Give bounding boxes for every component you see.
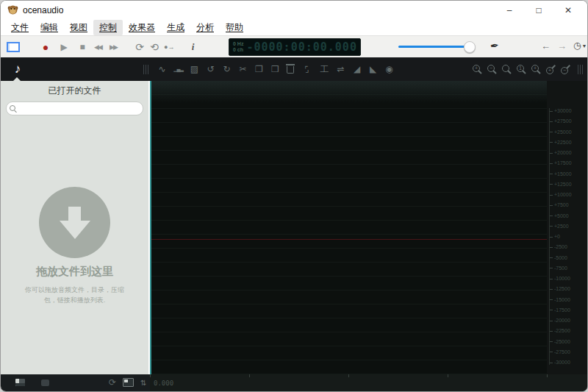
playhead-cursor[interactable] — [150, 81, 151, 374]
music-note-icon: ♪ — [15, 62, 21, 76]
cut-icon[interactable]: ✂ — [238, 63, 248, 75]
maximize-button[interactable]: □ — [524, 1, 553, 19]
nav-forward-icon[interactable]: → — [557, 40, 567, 51]
info-button[interactable]: i — [187, 40, 198, 54]
copy-icon[interactable]: ❐ — [254, 63, 264, 75]
amplitude-tick-label: +7500 — [550, 202, 587, 207]
search-icon — [10, 105, 15, 111]
menu-item[interactable]: 编辑 — [35, 20, 64, 35]
vertical-scroll-icon[interactable]: ⇅ — [140, 379, 146, 387]
gain-icon[interactable]: 工 — [320, 63, 329, 75]
amplitude-tick-label: +0 — [550, 234, 587, 239]
amplitude-tick-label: +2500 — [550, 224, 587, 229]
dropzone[interactable]: 拖放文件到这里 你可以拖放音频文件，目录，压缩包，链接和播放列表. — [1, 187, 148, 306]
vertical-zoom-in-icon[interactable]: + — [545, 64, 556, 74]
amplitude-tick-label: +20000 — [550, 150, 587, 155]
amplitude-tick-label: -15000 — [550, 297, 587, 302]
paste-icon[interactable]: ❒ — [270, 63, 280, 75]
loop-selection-button[interactable]: ⟲ — [149, 40, 159, 54]
menu-item[interactable]: 控制 — [93, 20, 123, 35]
zoom-selection-icon[interactable] — [501, 64, 512, 74]
volume-slider[interactable] — [398, 46, 470, 48]
zoom-out-icon[interactable]: − — [487, 64, 497, 74]
fade-out-icon[interactable]: ◣ — [368, 63, 378, 75]
amplitude-tick-label: +22500 — [550, 140, 587, 145]
play-marker-button[interactable]: ●→ — [164, 40, 174, 54]
undo-icon[interactable]: ↺ — [206, 63, 215, 75]
chevron-down-icon: ▼ — [581, 43, 587, 49]
menu-item[interactable]: 帮助 — [220, 20, 249, 35]
amplitude-tick-label: -25000 — [550, 339, 587, 344]
edit-icon-group: ∿▁▄▂▨↺↻✂❐❒⌜⌟工⇌◢◣◉ — [157, 63, 394, 75]
close-button[interactable]: ✕ — [553, 1, 583, 19]
reverse-icon[interactable]: ⇌ — [336, 63, 345, 75]
file-search-box — [6, 101, 143, 115]
menu-item[interactable]: 文件 — [5, 20, 35, 35]
pen-tool-icon[interactable]: ✒ — [490, 39, 500, 51]
loop-button[interactable]: ⟳ — [135, 40, 145, 54]
channels-label: 0 ch — [233, 47, 243, 53]
nav-back-icon[interactable]: ← — [541, 40, 551, 51]
toolbar-drag-handle[interactable] — [578, 65, 583, 74]
amplitude-tick-label: -22500 — [550, 328, 587, 333]
dropzone-title: 拖放文件到这里 — [1, 265, 148, 279]
search-input[interactable] — [18, 103, 141, 114]
panel-layout-icon[interactable] — [15, 379, 25, 386]
history-menu[interactable]: ◷ ▼ — [573, 40, 587, 51]
redo-icon[interactable]: ↻ — [222, 63, 232, 75]
menu-item[interactable]: 效果器 — [123, 20, 161, 35]
menubar: 文件编辑视图控制效果器生成分析帮助 — [1, 19, 587, 35]
amplitude-tick-label: +17500 — [550, 160, 587, 165]
statusbar: 0.000 ⟳ ⇅ — [1, 374, 587, 391]
zoom-original-icon[interactable]: 1 — [516, 64, 526, 74]
transport-buttons: ●▶■◀◀▶▶⟳⟲●→i — [1, 40, 198, 54]
zoom-icon-group: +−1++− — [472, 64, 570, 74]
waveform-view-icon[interactable]: ∿ — [157, 63, 167, 75]
menu-item[interactable]: 生成 — [161, 20, 190, 35]
zoom-in-icon[interactable]: + — [472, 64, 482, 74]
normalize-icon[interactable]: ◉ — [384, 63, 394, 75]
window-controls: – □ ✕ — [495, 1, 583, 19]
amplitude-tick-label: +30000 — [550, 108, 587, 113]
toolbar-drag-handle[interactable] — [143, 65, 148, 74]
spectrogram-view-icon[interactable]: ▨ — [190, 63, 199, 75]
amplitude-tick-label: +25000 — [550, 129, 587, 135]
app-logo-icon — [7, 4, 18, 15]
play-button[interactable]: ▶ — [59, 40, 69, 54]
spectral-view-icon[interactable]: ▁▄▂ — [173, 63, 183, 75]
sample-rate-label: 0 Hz — [233, 41, 243, 47]
timeline-ticks — [150, 374, 587, 377]
timeline-position-label: 0.000 — [154, 379, 173, 387]
amplitude-tick-label: -2500 — [550, 244, 587, 249]
record-button[interactable]: ● — [40, 40, 51, 54]
timeline-ruler[interactable]: 0.000 — [150, 374, 587, 391]
amplitude-tick-label: +10000 — [550, 192, 587, 197]
fade-in-icon[interactable]: ◢ — [352, 63, 362, 75]
menu-item[interactable]: 分析 — [190, 20, 220, 35]
delete-icon[interactable] — [287, 66, 294, 74]
minimize-button[interactable]: – — [495, 1, 524, 19]
tab-music-note[interactable]: ♪ — [1, 57, 35, 81]
selection-mode-icon[interactable] — [7, 42, 20, 52]
statusbar-mid-icons: ⟳ ⇅ — [109, 377, 146, 388]
waveform-area[interactable] — [150, 81, 547, 374]
forward-button[interactable]: ▶▶ — [108, 40, 118, 54]
trim-icon[interactable]: ⌜⌟ — [301, 63, 313, 75]
titlebar: ocenaudio – □ ✕ — [1, 1, 587, 19]
list-view-icon[interactable] — [41, 379, 49, 386]
zoom-all-icon[interactable]: + — [531, 64, 541, 74]
ocenaudio-window: ocenaudio – □ ✕ 文件编辑视图控制效果器生成分析帮助 ●▶■◀◀▶… — [0, 0, 588, 392]
amplitude-tick-label: +27500 — [550, 118, 587, 124]
download-arrow-icon — [39, 187, 110, 258]
window-title: ocenaudio — [23, 5, 63, 15]
loop-status-icon[interactable]: ⟳ — [109, 377, 116, 388]
minimap-icon[interactable] — [123, 378, 134, 387]
panel-title: 已打开的文件 — [1, 85, 148, 97]
audio-format-info: 0 Hz 0 ch — [233, 41, 243, 53]
vertical-zoom-out-icon[interactable]: − — [560, 64, 570, 74]
stop-button[interactable]: ■ — [77, 40, 87, 54]
waveform-top-gradient — [150, 81, 547, 103]
rewind-button[interactable]: ◀◀ — [93, 40, 103, 54]
volume-slider-thumb[interactable] — [464, 41, 476, 53]
menu-item[interactable]: 视图 — [64, 20, 93, 35]
